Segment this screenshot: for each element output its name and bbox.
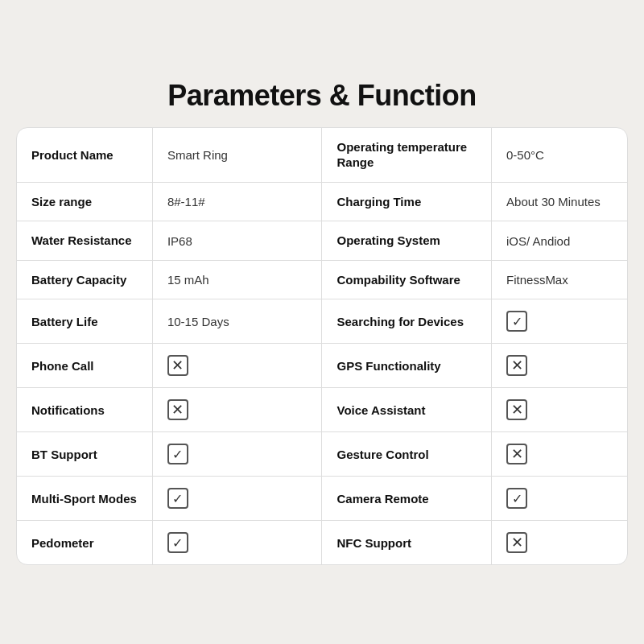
row-8-col3-label: Camera Remote xyxy=(322,477,492,521)
row-8-col2-value: ✓ xyxy=(152,477,322,521)
table-row: Water ResistanceIP68Operating SystemiOS/… xyxy=(17,221,627,261)
x-icon: ✕ xyxy=(506,399,527,420)
row-5-col1-label: Phone Call xyxy=(17,344,152,388)
row-2-col1-label: Water Resistance xyxy=(17,221,152,261)
row-3-col3-label: Compability Software xyxy=(322,260,492,299)
table-row: Battery Capacity15 mAhCompability Softwa… xyxy=(17,260,627,299)
row-9-col2-value: ✓ xyxy=(152,521,322,565)
row-1-col2-value: 8#-11# xyxy=(152,182,322,221)
row-4-col2-value: 10-15 Days xyxy=(152,299,322,344)
row-0-col3-label: Operating temperature Range xyxy=(322,128,492,183)
table-row: Product NameSmart RingOperating temperat… xyxy=(17,128,627,183)
table-row: Size range8#-11#Charging TimeAbout 30 Mi… xyxy=(17,182,627,221)
row-4-col1-label: Battery Life xyxy=(17,299,152,344)
parameters-table: Product NameSmart RingOperating temperat… xyxy=(17,128,627,565)
row-0-col1-label: Product Name xyxy=(17,128,152,183)
row-4-col4-value: ✓ xyxy=(492,299,627,344)
row-5-col2-value: ✕ xyxy=(152,344,322,388)
row-9-col4-value: ✕ xyxy=(492,521,627,565)
row-2-col3-label: Operating System xyxy=(322,221,492,261)
row-7-col4-value: ✕ xyxy=(492,432,627,477)
check-icon: ✓ xyxy=(167,488,188,509)
row-0-col4-value: 0-50°C xyxy=(492,128,627,183)
row-5-col4-value: ✕ xyxy=(492,344,627,388)
table-row: Multi-Sport Modes✓Camera Remote✓ xyxy=(17,477,627,521)
x-icon: ✕ xyxy=(506,532,527,553)
row-9-col3-label: NFC Support xyxy=(322,521,492,565)
check-icon: ✓ xyxy=(506,311,527,332)
row-6-col4-value: ✕ xyxy=(492,388,627,432)
row-4-col3-label: Searching for Devices xyxy=(322,299,492,344)
table-row: Battery Life10-15 DaysSearching for Devi… xyxy=(17,299,627,344)
row-1-col3-label: Charging Time xyxy=(322,182,492,221)
row-5-col3-label: GPS Functionality xyxy=(322,344,492,388)
row-6-col2-value: ✕ xyxy=(152,388,322,432)
row-3-col2-value: 15 mAh xyxy=(152,260,322,299)
check-icon: ✓ xyxy=(506,488,527,509)
table-wrapper: Product NameSmart RingOperating temperat… xyxy=(16,127,628,566)
row-3-col4-value: FitnessMax xyxy=(492,260,627,299)
x-icon: ✕ xyxy=(506,444,527,464)
x-icon: ✕ xyxy=(167,355,188,376)
row-7-col2-value: ✓ xyxy=(152,432,322,477)
table-row: Phone Call✕GPS Functionality✕ xyxy=(17,344,627,388)
row-3-col1-label: Battery Capacity xyxy=(17,260,152,299)
row-1-col4-value: About 30 Minutes xyxy=(492,182,627,221)
row-8-col1-label: Multi-Sport Modes xyxy=(17,477,152,521)
table-row: Pedometer✓NFC Support✕ xyxy=(17,521,627,565)
row-9-col1-label: Pedometer xyxy=(17,521,152,565)
check-icon: ✓ xyxy=(167,444,188,464)
row-0-col2-value: Smart Ring xyxy=(152,128,322,183)
row-2-col4-value: iOS/ Andiod xyxy=(492,221,627,261)
row-1-col1-label: Size range xyxy=(17,182,152,221)
table-row: BT Support✓Gesture Control✕ xyxy=(17,432,627,477)
row-7-col1-label: BT Support xyxy=(17,432,152,477)
row-6-col1-label: Notifications xyxy=(17,388,152,432)
row-2-col2-value: IP68 xyxy=(152,221,322,261)
check-icon: ✓ xyxy=(167,532,188,553)
page-container: Parameters & Function Product NameSmart … xyxy=(8,71,636,574)
row-7-col3-label: Gesture Control xyxy=(322,432,492,477)
x-icon: ✕ xyxy=(506,355,527,376)
row-8-col4-value: ✓ xyxy=(492,477,627,521)
row-6-col3-label: Voice Assistant xyxy=(322,388,492,432)
page-title: Parameters & Function xyxy=(16,79,628,113)
x-icon: ✕ xyxy=(167,399,188,420)
table-row: Notifications✕Voice Assistant✕ xyxy=(17,388,627,432)
